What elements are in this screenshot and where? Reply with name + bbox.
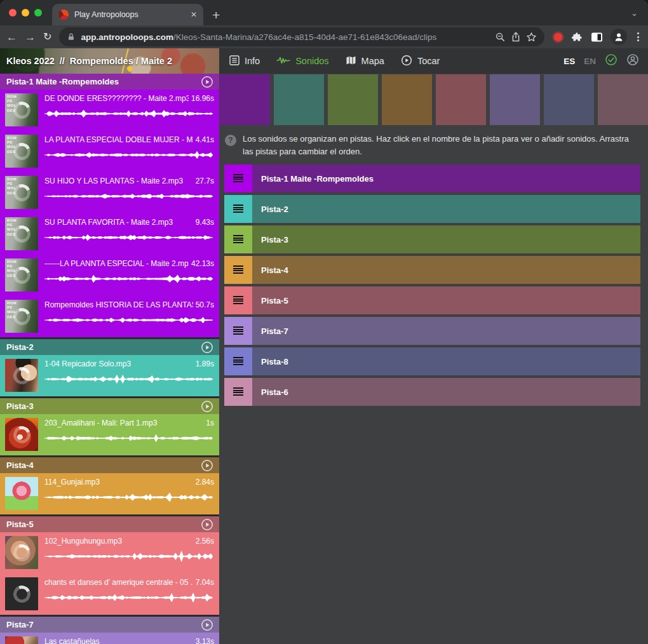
forward-button[interactable]: → [25, 32, 36, 43]
track-row[interactable]: Pista-3 [224, 225, 640, 253]
saved-check-icon[interactable] [605, 53, 618, 69]
track-row[interactable]: Pista-1 Maite -Rompemoldes [224, 164, 640, 192]
clip-name: Rompemoldes HISTORIA DE LAS PLANTAS... [44, 300, 193, 309]
track-row-body[interactable]: Pista-8 [252, 347, 640, 375]
clip-waveform[interactable] [44, 549, 214, 563]
clip-waveform[interactable] [44, 107, 214, 121]
track-row-body[interactable]: Pista-7 [252, 317, 640, 345]
track-row-body[interactable]: Pista-5 [252, 286, 640, 314]
tab-sonidos[interactable]: Sonidos [276, 55, 328, 67]
track-play-button[interactable] [201, 619, 213, 631]
track-row[interactable]: Pista-4 [224, 256, 640, 284]
tab-info[interactable]: Info [229, 55, 260, 67]
extensions-puzzle-icon[interactable] [572, 31, 583, 43]
track-header[interactable]: Pista-4 [0, 457, 219, 473]
browser-tab[interactable]: Play Antropoloops ✕ [52, 4, 203, 25]
clip-waveform[interactable] [44, 148, 214, 162]
tab-mapa[interactable]: Mapa [346, 55, 384, 67]
share-icon[interactable] [511, 32, 521, 42]
drag-handle[interactable] [224, 347, 252, 375]
track-play-button[interactable] [201, 459, 213, 472]
clip-item[interactable]: chants et danses d' amerique centrale - … [0, 574, 219, 615]
back-button[interactable]: ← [6, 32, 17, 43]
side-panel-icon[interactable] [591, 32, 603, 43]
url-bar[interactable]: app.antropoloops.com/Kleos-Santa-Marina/… [59, 27, 544, 46]
track-play-button[interactable] [201, 518, 213, 531]
track-header[interactable]: Pista-7 [0, 617, 219, 633]
lang-es-button[interactable]: ES [564, 57, 575, 66]
track-header[interactable]: Pista-5 [0, 516, 219, 532]
track-header[interactable]: Pista-2 [0, 339, 219, 355]
drag-handle[interactable] [224, 378, 252, 406]
url-text[interactable]: app.antropoloops.com/Kleos-Santa-Marina/… [81, 32, 490, 42]
clip-item[interactable]: ROM PE MOL DES DE DONDE ERES???????? - M… [0, 90, 219, 131]
clip-item[interactable]: Las castañuelas 3.13s [0, 633, 219, 644]
track-play-button[interactable] [201, 341, 213, 354]
track-row-body[interactable]: Pista-1 Maite -Rompemoldes [252, 164, 640, 192]
track-row-body[interactable]: Pista-2 [252, 195, 640, 223]
drag-handle[interactable] [224, 317, 252, 345]
clip-waveform[interactable] [44, 431, 214, 445]
reload-button[interactable]: ↻ [43, 32, 51, 42]
track-row-body[interactable]: Pista-6 [252, 378, 640, 406]
track-row-body[interactable]: Pista-3 [252, 225, 640, 253]
clip-item[interactable]: ROM PE MOL DES SU PLANTA FAVORITA - Mait… [0, 213, 219, 255]
clip-name: SU PLANTA FAVORITA - Maite 2.mp3 [44, 218, 193, 227]
drag-handle[interactable] [224, 256, 252, 284]
drag-handle[interactable] [224, 164, 252, 192]
tab-search-chevron-icon[interactable]: ⌄ [631, 8, 638, 18]
breadcrumb[interactable]: Kleos 2022 // Rompemoldes / Maite 2 [0, 48, 219, 74]
drag-handle[interactable] [224, 286, 252, 314]
track-row[interactable]: Pista-2 [224, 195, 640, 223]
lock-icon[interactable] [67, 32, 76, 41]
clip-waveform[interactable] [44, 189, 214, 203]
clip-body: SU HIJO Y LAS PLANTAS - Maite 2.mp3 27.7… [44, 176, 214, 213]
track-color-swatches [220, 74, 648, 125]
clip-item[interactable]: 102_Hunguhungu.mp3 2.56s [0, 532, 219, 574]
content: Pista-1 Maite -Rompemoldes ROM PE MOL DE… [0, 74, 648, 644]
clip-item[interactable]: 114_Gunjai.mp3 2.84s [0, 473, 219, 514]
track-row-label: Pista-1 Maite -Rompemoldes [261, 174, 374, 184]
clip-waveform[interactable] [44, 231, 214, 245]
clip-waveform[interactable] [44, 372, 214, 386]
clip-item[interactable]: ROM PE MOL DES SU HIJO Y LAS PLANTAS - M… [0, 172, 219, 213]
breadcrumb-project[interactable]: Kleos 2022 [6, 56, 55, 66]
track-row[interactable]: Pista-7 [224, 317, 640, 345]
lang-en-button[interactable]: EN [584, 57, 596, 66]
track-header[interactable]: Pista-1 Maite -Rompemoldes [0, 74, 219, 90]
new-tab-button[interactable]: + [212, 8, 220, 22]
bookmark-star-icon[interactable] [526, 32, 537, 43]
track-play-button[interactable] [201, 400, 213, 413]
clip-waveform[interactable] [44, 591, 214, 605]
zoom-icon[interactable] [495, 32, 506, 43]
breadcrumb-section[interactable]: Rompemoldes / Maite 2 [70, 56, 172, 66]
macos-window-controls[interactable] [0, 9, 52, 25]
account-icon[interactable] [626, 53, 639, 69]
clip-item[interactable]: 1-04 Repicador Solo.mp3 1.89s [0, 355, 219, 396]
track-row[interactable]: Pista-8 [224, 347, 640, 375]
clip-waveform[interactable] [44, 313, 214, 327]
clip-item[interactable]: ROM PE MOL DES Rompemoldes HISTORIA DE L… [0, 296, 219, 337]
clip-item[interactable]: ROM PE MOL DES LA PLANTA ESPECIAL DOBLE … [0, 131, 219, 172]
tab-tocar[interactable]: Tocar [401, 55, 440, 68]
track-row[interactable]: Pista-6 [224, 378, 640, 406]
drag-handle[interactable] [224, 225, 252, 253]
close-window-icon[interactable] [9, 9, 17, 17]
browser-menu-icon[interactable] [635, 32, 642, 41]
clip-item[interactable]: 203_Amalihani - Mali: Part 1.mp3 1s [0, 414, 219, 455]
profile-avatar[interactable] [611, 29, 627, 45]
track-row-body[interactable]: Pista-4 [252, 256, 640, 284]
recording-extension-icon[interactable] [554, 33, 562, 41]
clip-name: 203_Amalihani - Mali: Part 1.mp3 [44, 419, 203, 427]
zoom-window-icon[interactable] [34, 9, 42, 17]
clip-waveform[interactable] [44, 272, 214, 286]
clip-item[interactable]: ROM PE MOL DES ------LA PLANNTA ESPECIAL… [0, 255, 219, 296]
clip-waveform[interactable] [44, 490, 214, 504]
clip-thumbnail [5, 477, 38, 510]
track-play-button[interactable] [201, 76, 213, 88]
tab-close-icon[interactable]: ✕ [191, 11, 197, 18]
minimize-window-icon[interactable] [22, 9, 29, 17]
track-row[interactable]: Pista-5 [224, 286, 640, 314]
track-header[interactable]: Pista-3 [0, 398, 219, 414]
drag-handle[interactable] [224, 195, 252, 223]
